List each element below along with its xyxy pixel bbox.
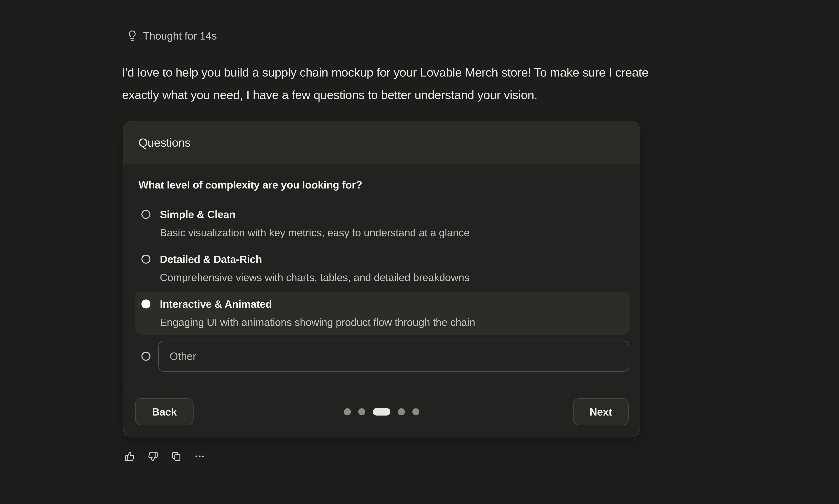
thumbs-down-icon (148, 451, 158, 462)
message-line: I'd love to help you build a supply chai… (122, 61, 648, 84)
thumbs-up-button[interactable] (125, 451, 135, 462)
option-description: Comprehensive views with charts, tables,… (160, 271, 469, 283)
message-actions (125, 451, 205, 462)
card-title: Questions (139, 136, 191, 149)
questions-card: Questions What level of complexity are y… (123, 121, 640, 437)
pagination-dot (358, 408, 365, 415)
pagination-dot (344, 408, 351, 415)
back-button[interactable]: Back (135, 398, 194, 425)
option-interactive-animated[interactable]: Interactive & Animated Engaging UI with … (135, 292, 630, 335)
pagination-dots (344, 408, 419, 416)
radio-icon[interactable] (141, 210, 151, 219)
option-other[interactable] (135, 341, 630, 372)
option-simple-clean[interactable]: Simple & Clean Basic visualization with … (135, 202, 630, 245)
lightbulb-icon (126, 30, 138, 42)
message-line: exactly what you need, I have a few ques… (122, 84, 648, 106)
footer-divider (123, 388, 640, 388)
pagination-dot-active (373, 408, 390, 416)
radio-icon[interactable] (141, 255, 151, 264)
next-button[interactable]: Next (573, 398, 629, 425)
option-detailed-data-rich[interactable]: Detailed & Data-Rich Comprehensive views… (135, 247, 630, 290)
question-text: What level of complexity are you looking… (139, 179, 362, 191)
copy-button[interactable] (171, 451, 181, 462)
thumbs-down-button[interactable] (148, 451, 158, 462)
copy-icon (171, 451, 181, 462)
thumbs-up-icon (125, 451, 135, 462)
pagination-dot (412, 408, 419, 415)
option-description: Engaging UI with animations showing prod… (160, 316, 475, 328)
more-options-icon (194, 451, 205, 462)
option-title: Detailed & Data-Rich (160, 253, 262, 265)
pagination-dot (398, 408, 405, 415)
other-input[interactable] (158, 341, 629, 372)
questions-card-header: Questions (123, 121, 640, 164)
thought-label: Thought for 14s (143, 30, 217, 42)
assistant-message: I'd love to help you build a supply chai… (122, 61, 648, 106)
option-title: Simple & Clean (160, 208, 235, 220)
radio-icon[interactable] (141, 352, 151, 361)
option-description: Basic visualization with key metrics, ea… (160, 227, 470, 239)
option-title: Interactive & Animated (160, 298, 272, 310)
thought-toggle[interactable]: Thought for 14s (126, 29, 217, 42)
more-options-button[interactable] (194, 451, 205, 462)
chat-page: Thought for 14s I'd love to help you bui… (0, 0, 839, 504)
radio-selected-icon[interactable] (141, 300, 151, 308)
